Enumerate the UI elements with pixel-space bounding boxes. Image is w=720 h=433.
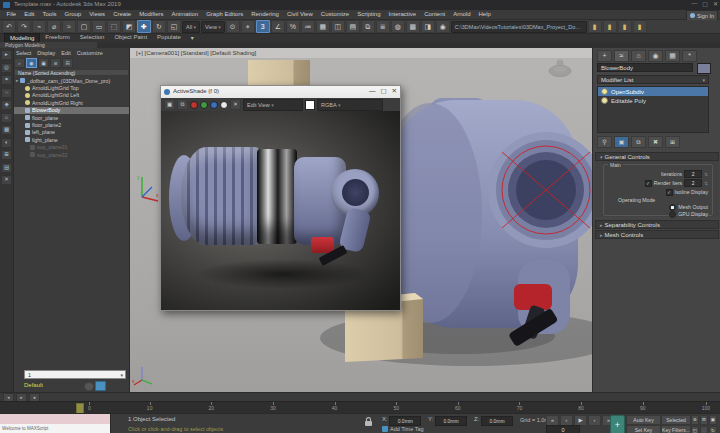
curve-editor-icon[interactable]: ⧉ [361, 20, 375, 33]
select-by-name-icon[interactable]: ▭ [92, 20, 106, 33]
ribbon-tab[interactable]: Populate [152, 33, 186, 42]
reference-coordinate-dropdown[interactable]: View [201, 21, 225, 33]
next-frame-icon[interactable]: › [588, 415, 601, 426]
select-and-place-icon[interactable]: ⌖ [241, 20, 255, 33]
zoom-extents-icon[interactable]: ▣ [709, 415, 717, 425]
clear-frame-icon[interactable]: ✕ [230, 99, 241, 110]
scene-item-sup-plane01[interactable]: sup_plane01 [14, 144, 129, 151]
modifier-list-dropdown[interactable]: Modifier List [597, 75, 709, 84]
selection-filter-dropdown[interactable]: All [182, 21, 200, 33]
display-cameras-icon[interactable]: ◈ [1, 100, 12, 110]
pick-icon[interactable]: ◉ [26, 58, 37, 68]
modifier-enabled-icon[interactable] [601, 97, 608, 104]
ribbon-tab[interactable]: Selection [75, 33, 110, 42]
scene-item-sup-plane02[interactable]: sup_plane02 [14, 151, 129, 158]
pin-stack-icon[interactable]: ⚲ [597, 136, 612, 148]
set-keys-button[interactable]: + [610, 415, 625, 433]
viewport-label[interactable]: [+] [Camera001] [Standard] [Default Shad… [136, 50, 256, 56]
key-selection-set-dropdown[interactable]: Selected [661, 415, 691, 425]
show-end-result-icon[interactable]: ▣ [614, 136, 629, 148]
rectangular-region-icon[interactable]: ⬚ [107, 20, 121, 33]
display-containers-icon[interactable]: ⊞ [1, 150, 12, 160]
y-coordinate-field[interactable]: 0.0mm [435, 416, 467, 426]
menu-item[interactable]: Edit [21, 10, 38, 19]
save-image-icon[interactable]: ▣ [164, 99, 175, 110]
render-iters-checkbox[interactable]: ✓ [645, 180, 652, 187]
rollout-mesh-controls[interactable]: ▸Mesh Controls [595, 230, 719, 239]
hierarchy-tab-icon[interactable]: ⌂ [631, 50, 646, 62]
menu-item[interactable]: Civil View [283, 10, 316, 19]
make-unique-icon[interactable]: ⧉ [631, 136, 646, 148]
select-and-link-icon[interactable]: ⌁ [32, 20, 46, 33]
menu-item[interactable]: Help [475, 10, 494, 19]
stack-item-editable-poly[interactable]: Editable Poly [598, 96, 708, 105]
modify-tab-icon[interactable]: ≈ [614, 50, 629, 62]
select-and-rotate-icon[interactable]: ↻ [152, 20, 166, 33]
menu-item[interactable]: Interactive [385, 10, 420, 19]
window-crossing-icon[interactable]: ◩ [122, 20, 136, 33]
menu-item[interactable]: File [3, 10, 20, 19]
iterations-spinner[interactable]: ⇅ [704, 172, 708, 177]
folder-icon-2[interactable]: ▮ [603, 20, 617, 33]
folder-icon-1[interactable]: ▮ [588, 20, 602, 33]
scene-item-light-left[interactable]: ArnoldLightGrid Left [14, 92, 129, 99]
display-none-icon[interactable]: ▸ [1, 50, 12, 60]
render-iters-field[interactable]: 2 [684, 179, 702, 187]
menu-item[interactable]: Customize [317, 10, 352, 19]
angle-snap-icon[interactable]: ∠ [271, 20, 285, 33]
menu-item[interactable]: Content [421, 10, 449, 19]
utilities-tab-icon[interactable]: * [682, 50, 697, 62]
scene-item-camera[interactable]: ▸ _dofbar_cam_(03DMax_Done_pro) [14, 77, 129, 84]
redo-icon[interactable]: ↷ [17, 20, 31, 33]
scene-item-floor-plane2[interactable]: floor_plane2 [14, 121, 129, 128]
pan-icon[interactable]: ⇔ [700, 426, 708, 433]
selection-lock-icon[interactable] [364, 417, 373, 427]
menu-item[interactable]: Graph Editors [203, 10, 247, 19]
menu-item[interactable]: Group [61, 10, 85, 19]
explorer-bottom-icon-1[interactable] [84, 382, 94, 391]
motion-tab-icon[interactable]: ◉ [648, 50, 663, 62]
display-hidden-icon[interactable]: ✕ [1, 175, 12, 185]
scene-item-floor-plane[interactable]: floor_plane [14, 114, 129, 121]
mirror-icon[interactable]: ▦ [316, 20, 330, 33]
zoom-icon[interactable]: ⊕ [691, 415, 699, 425]
ribbon-tab[interactable]: Freeform [40, 33, 74, 42]
ribbon-tab[interactable]: Modeling [4, 33, 40, 42]
snaps-toggle-icon[interactable]: 3 [256, 20, 270, 33]
viewcube-teapot-widget[interactable] [546, 56, 574, 78]
use-pivot-icon[interactable]: ⊙ [226, 20, 240, 33]
iterations-field[interactable]: 2 [684, 170, 702, 178]
scene-item-light-plane[interactable]: light_plane [14, 136, 129, 143]
display-materials-icon[interactable]: ▤ [1, 163, 12, 173]
scene-item-light-right[interactable]: ArnoldLightGrid Right [14, 99, 129, 106]
render-setup-icon[interactable]: ▩ [406, 20, 420, 33]
menu-item[interactable]: Animation [168, 10, 202, 19]
render-iters-spinner[interactable]: ⇅ [704, 181, 708, 186]
blue-channel-icon[interactable] [210, 101, 218, 109]
ribbon-tab[interactable]: Object Paint [109, 33, 152, 42]
activeshade-window[interactable]: ActiveShade (f 0) — ▢ ✕ ▣⧉ ✕ Edit View R… [160, 85, 401, 311]
green-channel-icon[interactable] [200, 101, 208, 109]
transform-gizmo[interactable]: y x [136, 173, 162, 203]
bind-spacewarp-icon[interactable]: ≈ [62, 20, 76, 33]
background-color-swatch[interactable] [305, 100, 315, 110]
menu-item[interactable]: Views [86, 10, 109, 19]
z-coordinate-field[interactable]: 0.0mm [481, 416, 513, 426]
create-tab-icon[interactable]: + [597, 50, 612, 62]
menu-item[interactable]: Scripting [354, 10, 384, 19]
menu-item[interactable]: Arnold [450, 10, 474, 19]
listener-pane[interactable]: Welcome to MAXScript [0, 424, 110, 433]
find-icon[interactable]: ⌕ [14, 58, 25, 68]
auto-key-button[interactable]: Auto Key [626, 415, 661, 425]
object-color-swatch[interactable] [697, 63, 711, 74]
minimize-button[interactable]: — [691, 0, 697, 7]
object-name-field[interactable]: BlowerBody [597, 63, 693, 72]
scene-item-left-plane[interactable]: left_plane [14, 129, 129, 136]
toggle-scene-explorer-icon[interactable]: ▤ [346, 20, 360, 33]
isoline-display-checkbox[interactable]: ✓ [666, 189, 673, 196]
activeshade-channel-dropdown[interactable]: RGBA [317, 99, 383, 111]
render-icon[interactable]: ◉ [436, 20, 450, 33]
display-bones-icon[interactable]: ◐ [1, 138, 12, 148]
set-key-button[interactable]: Set Key [626, 425, 661, 433]
menu-item[interactable]: Rendering [248, 10, 283, 19]
